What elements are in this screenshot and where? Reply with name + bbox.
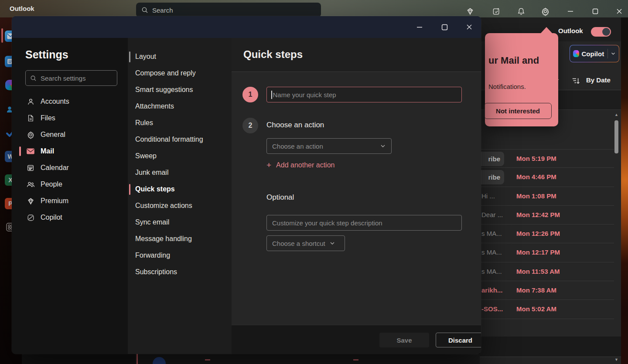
sidebar-item-copilot[interactable]: Copilot [12, 209, 128, 226]
quick-steps-panel: Quick steps 1 Name your quick step 2 Cho… [232, 38, 481, 354]
sort-icon[interactable] [571, 76, 581, 86]
step2-badge: 2 [242, 118, 258, 133]
selected-indicator [19, 146, 21, 156]
message-row[interactable]: s MA... Mon 12:17 PM [480, 243, 614, 262]
background-window-strip [22, 354, 481, 364]
name-placeholder: Name your quick step [273, 91, 336, 99]
section-message-handling[interactable]: Message handling [128, 231, 232, 247]
toggle-knob [602, 28, 610, 36]
scrollbar[interactable]: ▲ ▼ [613, 110, 620, 364]
settings-sidebar: Settings Search settings Accounts Files [12, 38, 128, 354]
dialog-close-button[interactable] [461, 20, 478, 34]
text-caret [271, 91, 272, 99]
message-time: Mon 4:46 PM [516, 173, 556, 180]
panel-content: 1 Name your quick step 2 Choose an actio… [232, 72, 481, 325]
window-close-button[interactable] [613, 6, 626, 17]
search-input[interactable]: Search [136, 3, 321, 17]
section-sweep[interactable]: Sweep [128, 148, 232, 164]
unsubscribe-chip[interactable]: ribe [480, 170, 504, 184]
notifications-teaching-popup: ur Mail and Notifications. Not intereste… [485, 33, 558, 126]
mail-sections-nav: Layout Compose and reply Smart suggestio… [128, 38, 232, 354]
unsubscribe-chip[interactable]: ribe [480, 152, 504, 166]
plus-icon: + [266, 160, 271, 170]
divider [608, 49, 608, 58]
sidebar-item-accounts[interactable]: Accounts [12, 93, 128, 110]
message-row[interactable]: Dear ... Mon 12:42 PM [480, 206, 614, 225]
message-row[interactable]: Hi ... Mon 1:08 PM [480, 187, 614, 206]
rail-selected-indicator [1, 28, 3, 43]
scrollbar-down-arrow[interactable]: ▼ [614, 357, 619, 362]
gear-icon [26, 130, 35, 139]
window-minimize-button[interactable] [564, 6, 577, 17]
app-titlebar: Outlook Search [0, 0, 628, 17]
message-row[interactable]: arikh... Mon 7:38 AM [480, 281, 614, 300]
quick-step-name-input[interactable]: Name your quick step [266, 87, 462, 102]
popup-callout-arrow [541, 27, 552, 33]
message-time: Mon 12:17 PM [516, 248, 560, 256]
message-row[interactable]: s MA... Mon 12:26 PM [480, 225, 614, 243]
message-time: Mon 7:38 AM [516, 286, 556, 294]
scrollbar-thumb[interactable] [614, 120, 618, 153]
sidebar-item-mail[interactable]: Mail [12, 143, 128, 160]
sidebar-item-general[interactable]: General [12, 126, 128, 143]
settings-search-input[interactable]: Search settings [25, 70, 117, 86]
message-list: ribe Mon 5:19 PM ribe Mon 4:46 PM Hi ...… [480, 149, 614, 319]
bell-icon[interactable] [516, 6, 526, 17]
message-snippet: s MA... [481, 248, 502, 256]
step1-badge: 1 [242, 87, 258, 102]
section-subscriptions[interactable]: Subscriptions [128, 264, 232, 280]
dialog-minimize-button[interactable] [411, 20, 428, 34]
section-sync-email[interactable]: Sync email [128, 214, 232, 231]
not-interested-button[interactable]: Not interested [484, 103, 552, 119]
window-maximize-button[interactable] [589, 6, 602, 17]
sidebar-item-calendar[interactable]: Calendar [12, 160, 128, 176]
message-time: Mon 5:19 PM [516, 155, 556, 162]
section-smart-suggestions[interactable]: Smart suggestions [128, 82, 232, 98]
new-outlook-toggle[interactable] [591, 27, 611, 37]
file-icon [26, 114, 35, 122]
sidebar-item-people[interactable]: People [12, 176, 128, 193]
copilot-dropdown-chevron-icon[interactable] [611, 51, 616, 56]
section-quick-steps[interactable]: Quick steps [128, 181, 232, 197]
notes-tasks-icon[interactable] [491, 6, 502, 17]
section-layout[interactable]: Layout [128, 48, 232, 65]
sidebar-item-files[interactable]: Files [12, 110, 128, 126]
message-row[interactable]: ribe Mon 4:46 PM [480, 168, 614, 187]
people-icon [26, 180, 35, 189]
section-attachments[interactable]: Attachments [128, 98, 232, 115]
sort-by-date-button[interactable]: By Date [586, 76, 611, 84]
selected-indicator [129, 184, 130, 195]
message-snippet: Dear ... [481, 211, 503, 218]
sidebar-item-premium[interactable]: Premium [12, 193, 128, 209]
premium-gem-icon[interactable] [465, 6, 475, 17]
settings-search-placeholder: Search settings [41, 75, 85, 82]
dialog-maximize-button[interactable] [436, 20, 453, 34]
action-dropdown[interactable]: Choose an action [266, 138, 392, 154]
mail-icon [26, 147, 35, 156]
message-row[interactable]: -SOS... Mon 5:02 AM [480, 300, 614, 319]
shortcut-dropdown[interactable]: Choose a shortcut [266, 235, 345, 251]
app-title: Outlook [10, 0, 34, 17]
popup-title-partial: ur Mail and [488, 55, 539, 66]
section-customize-actions[interactable]: Customize actions [128, 197, 232, 214]
copilot-button[interactable]: Copilot [570, 45, 619, 62]
save-button[interactable]: Save [379, 333, 429, 347]
person-icon [26, 97, 35, 106]
scrollbar-up-arrow[interactable]: ▲ [614, 112, 619, 117]
avatar [153, 357, 166, 364]
section-rules[interactable]: Rules [128, 115, 232, 131]
section-compose-and-reply[interactable]: Compose and reply [128, 65, 232, 82]
search-icon [141, 7, 148, 14]
section-forwarding[interactable]: Forwarding [128, 247, 232, 264]
screen: Outlook Search [0, 0, 628, 364]
description-input[interactable]: Customize your quick step description [266, 215, 462, 231]
message-time: Mon 12:42 PM [516, 211, 560, 218]
add-another-action-button[interactable]: + Add another action [266, 160, 334, 170]
message-row[interactable]: ribe Mon 5:19 PM [480, 149, 614, 168]
section-junk-email[interactable]: Junk email [128, 164, 232, 181]
section-conditional-formatting[interactable]: Conditional formatting [128, 131, 232, 148]
message-row[interactable]: s MA... Mon 11:53 AM [480, 262, 614, 281]
dialog-titlebar [12, 16, 481, 38]
discard-button[interactable]: Discard [436, 333, 481, 347]
gear-icon[interactable] [540, 6, 550, 17]
